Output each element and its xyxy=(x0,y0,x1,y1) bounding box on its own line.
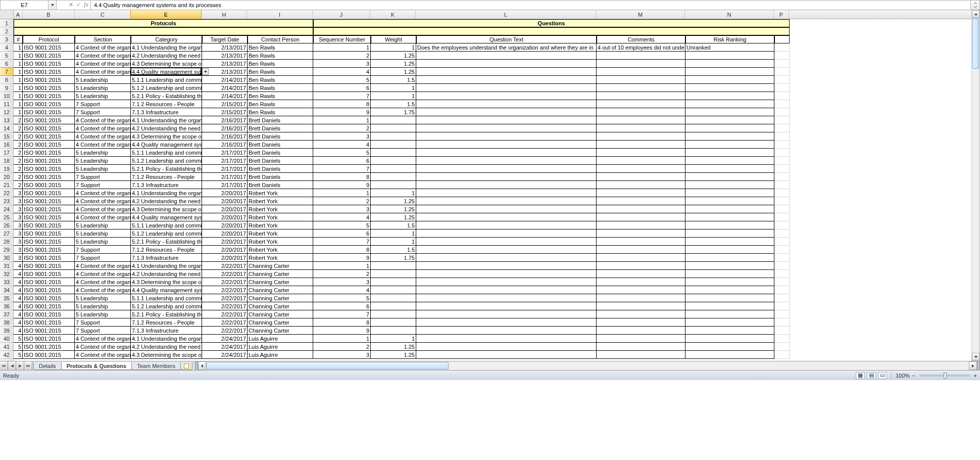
cell[interactable]: 5 Leadership xyxy=(75,92,131,100)
cell[interactable]: ISO 9001:2015 xyxy=(23,238,75,246)
cell[interactable]: ISO 9001:2015 xyxy=(23,132,75,141)
cell[interactable]: 2/14/2017 xyxy=(202,84,248,92)
cell-dropdown-button[interactable] xyxy=(202,68,209,75)
cell[interactable] xyxy=(685,68,774,76)
cell[interactable]: 2/24/2017 xyxy=(202,343,248,351)
cell[interactable]: 7.1.2 Resources - People xyxy=(131,173,202,181)
cell[interactable]: 2 xyxy=(14,132,23,141)
cell[interactable] xyxy=(416,100,597,108)
cell[interactable] xyxy=(597,157,685,165)
cell[interactable]: Robert York xyxy=(248,213,313,221)
cell[interactable] xyxy=(416,351,597,359)
cell[interactable] xyxy=(597,84,685,92)
cell[interactable] xyxy=(371,149,416,157)
row-header-8[interactable]: 8 xyxy=(0,76,13,84)
sheet-tab-details[interactable]: Details xyxy=(33,362,62,370)
cell[interactable]: 3 xyxy=(313,205,371,213)
row-header-2[interactable]: 2 xyxy=(0,27,13,35)
cell[interactable]: 2/22/2017 xyxy=(202,278,248,286)
cell[interactable] xyxy=(416,246,597,254)
row-header-29[interactable]: 29 xyxy=(0,246,13,254)
cell[interactable] xyxy=(685,60,774,68)
cell[interactable]: ISO 9001:2015 xyxy=(23,173,75,181)
cell[interactable]: 5 xyxy=(14,343,23,351)
cell[interactable] xyxy=(685,157,774,165)
cell[interactable]: Robert York xyxy=(248,229,313,238)
cell[interactable] xyxy=(774,132,790,141)
cell[interactable]: Robert York xyxy=(248,238,313,246)
cell[interactable]: 6 xyxy=(313,302,371,310)
cell[interactable] xyxy=(597,351,685,359)
cell[interactable]: 4 Context of the organ xyxy=(75,335,131,343)
cell[interactable] xyxy=(416,343,597,351)
cell[interactable] xyxy=(597,52,685,60)
cell[interactable]: ISO 9001:2015 xyxy=(23,157,75,165)
cell[interactable]: 4 Context of the organ xyxy=(75,68,131,76)
cell[interactable] xyxy=(416,84,597,92)
cell[interactable]: Brett Daniels xyxy=(248,173,313,181)
row-header-16[interactable]: 16 xyxy=(0,141,13,149)
cell[interactable]: Ben Rawls xyxy=(248,108,313,116)
col-header-L[interactable]: L xyxy=(416,10,596,19)
scroll-down-button[interactable] xyxy=(972,353,979,361)
col-header-M[interactable]: M xyxy=(596,10,685,19)
cell[interactable] xyxy=(597,278,685,286)
cell[interactable]: ISO 9001:2015 xyxy=(23,205,75,213)
cell[interactable]: 7 Support xyxy=(75,181,131,189)
cell[interactable] xyxy=(774,205,790,213)
cell[interactable] xyxy=(597,189,685,197)
cell[interactable] xyxy=(416,254,597,262)
scroll-track[interactable] xyxy=(972,18,979,353)
cell[interactable]: ISO 9001:2015 xyxy=(23,327,75,335)
cell[interactable] xyxy=(416,76,597,84)
cell[interactable] xyxy=(371,327,416,335)
cell[interactable] xyxy=(597,302,685,310)
cell[interactable]: ISO 9001:2015 xyxy=(23,197,75,205)
cell[interactable]: 4.1 Understanding the organ xyxy=(131,116,202,124)
cell[interactable] xyxy=(685,149,774,157)
cell[interactable]: 8 xyxy=(313,246,371,254)
cells-area[interactable]: ProtocolsQuestions#ProtocolSectionCatego… xyxy=(14,19,971,361)
cell[interactable]: 1 xyxy=(14,100,23,108)
row-header-10[interactable]: 10 xyxy=(0,92,13,100)
cell[interactable]: 8 xyxy=(313,100,371,108)
cell[interactable] xyxy=(371,173,416,181)
cell[interactable] xyxy=(597,246,685,254)
cell[interactable] xyxy=(774,189,790,197)
cell[interactable]: 1 xyxy=(14,76,23,84)
cell[interactable]: ISO 9001:2015 xyxy=(23,351,75,359)
cell[interactable]: ISO 9001:2015 xyxy=(23,149,75,157)
cell[interactable] xyxy=(774,197,790,205)
cell[interactable] xyxy=(774,238,790,246)
cell[interactable]: 8 xyxy=(313,318,371,327)
scroll-thumb[interactable] xyxy=(972,18,979,69)
cell[interactable]: Unranked xyxy=(685,43,774,52)
cell[interactable] xyxy=(685,173,774,181)
row-header-1[interactable]: 1 xyxy=(0,19,13,27)
cell[interactable]: 5 Leadership xyxy=(75,149,131,157)
cell[interactable] xyxy=(371,294,416,302)
cell[interactable]: ISO 9001:2015 xyxy=(23,116,75,124)
cell[interactable]: 1 xyxy=(313,335,371,343)
cell[interactable] xyxy=(416,181,597,189)
row-header-15[interactable]: 15 xyxy=(0,132,13,141)
view-pagebreak-button[interactable]: ▭ xyxy=(878,372,887,379)
cell[interactable]: 1.25 xyxy=(371,197,416,205)
row-header-14[interactable]: 14 xyxy=(0,124,13,132)
cell[interactable] xyxy=(685,318,774,327)
cell[interactable]: 4 Context of the organ xyxy=(75,286,131,294)
row-header-11[interactable]: 11 xyxy=(0,100,13,108)
cell[interactable] xyxy=(597,238,685,246)
cell[interactable] xyxy=(597,205,685,213)
cell[interactable] xyxy=(416,270,597,278)
row-header-19[interactable]: 19 xyxy=(0,165,13,173)
cell[interactable]: 2/22/2017 xyxy=(202,294,248,302)
cell[interactable]: ISO 9001:2015 xyxy=(23,270,75,278)
cell[interactable]: 4.3 Determining the scope o xyxy=(131,205,202,213)
cell[interactable]: Ben Rawls xyxy=(248,52,313,60)
cell[interactable]: 2/20/2017 xyxy=(202,213,248,221)
cell[interactable]: 4 Context of the organ xyxy=(75,141,131,149)
cell[interactable]: 4.1 Understanding the organ xyxy=(131,189,202,197)
row-header-32[interactable]: 32 xyxy=(0,270,13,278)
table-header-question-text[interactable]: Question Text xyxy=(416,35,597,43)
